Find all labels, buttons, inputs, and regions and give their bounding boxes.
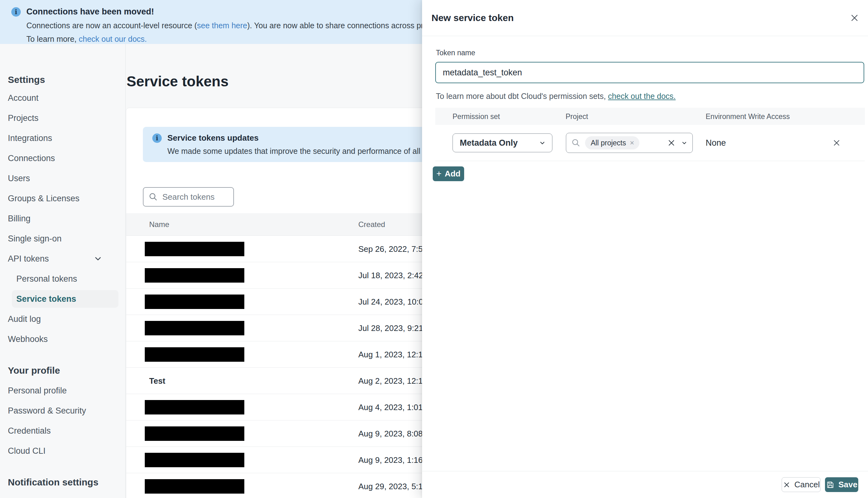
chip-label: All projects bbox=[591, 139, 626, 147]
token-name-input[interactable] bbox=[435, 62, 864, 83]
permissions-table-header: Permission set Project Environment Write… bbox=[435, 108, 865, 125]
sidebar-item-audit-log[interactable]: Audit log bbox=[0, 309, 125, 329]
cancel-button-label: Cancel bbox=[794, 480, 820, 489]
banner-body-prefix: Connections are now an account-level res… bbox=[26, 21, 197, 30]
cancel-button[interactable]: Cancel bbox=[781, 477, 820, 492]
sidebar-item-label: API tokens bbox=[8, 254, 49, 264]
sidebar-item-password-security[interactable]: Password & Security bbox=[0, 401, 125, 421]
drawer-header: New service token bbox=[422, 0, 868, 36]
sidebar-item-groups-licenses[interactable]: Groups & Licenses bbox=[0, 188, 125, 209]
sidebar-item-api-tokens[interactable]: API tokens bbox=[0, 249, 125, 269]
info-circle-icon: i bbox=[152, 133, 162, 143]
sidebar-item-personal-tokens[interactable]: Personal tokens bbox=[0, 269, 125, 289]
page-title: Service tokens bbox=[127, 73, 228, 90]
sidebar-heading-notification-settings: Notification settings bbox=[0, 472, 125, 492]
sidebar-item-webhooks[interactable]: Webhooks bbox=[0, 329, 125, 349]
banner-footer-prefix: To learn more, bbox=[26, 35, 79, 43]
see-them-here-link[interactable]: see them here bbox=[197, 21, 247, 30]
docs-line-prefix: To learn more about dbt Cloud's permissi… bbox=[436, 92, 608, 101]
save-button[interactable]: Save bbox=[825, 477, 858, 492]
sidebar-heading-settings: Settings bbox=[0, 71, 125, 88]
redacted-token-name bbox=[145, 479, 244, 494]
permission-row: Metadata Only All projects × None bbox=[435, 125, 865, 161]
permission-set-value: Metadata Only bbox=[460, 138, 538, 148]
close-icon bbox=[782, 481, 791, 489]
sidebar-item-projects[interactable]: Projects bbox=[0, 108, 125, 128]
column-header-created: Created bbox=[358, 220, 385, 229]
sidebar-item-credentials[interactable]: Credentials bbox=[0, 421, 125, 441]
settings-sidebar: Settings Account Projects Integrations C… bbox=[0, 44, 126, 498]
alert-title: Service tokens updates bbox=[167, 133, 259, 143]
chip-remove-icon[interactable]: × bbox=[630, 139, 634, 147]
sidebar-item-connections[interactable]: Connections bbox=[0, 148, 125, 168]
drawer-title: New service token bbox=[432, 13, 514, 23]
column-header-name: Name bbox=[149, 220, 169, 229]
chevron-down-icon[interactable] bbox=[681, 139, 688, 147]
search-icon bbox=[571, 138, 581, 147]
sidebar-item-service-tokens[interactable]: Service tokens bbox=[12, 290, 118, 308]
close-icon[interactable] bbox=[848, 11, 861, 25]
redacted-token-name bbox=[145, 294, 244, 309]
banner-title: Connections have been moved! bbox=[26, 7, 154, 17]
redacted-token-name bbox=[145, 400, 244, 415]
project-chip-all-projects[interactable]: All projects × bbox=[585, 136, 640, 149]
sidebar-item-personal-profile[interactable]: Personal profile bbox=[0, 381, 125, 401]
permission-docs-line: To learn more about dbt Cloud's permissi… bbox=[436, 92, 676, 101]
search-icon bbox=[148, 192, 158, 201]
new-service-token-drawer: New service token Token name To learn mo… bbox=[422, 0, 868, 498]
permission-set-select[interactable]: Metadata Only bbox=[452, 133, 552, 152]
sidebar-item-users[interactable]: Users bbox=[0, 168, 125, 188]
sidebar-item-integrations[interactable]: Integrations bbox=[0, 128, 125, 148]
redacted-token-name bbox=[145, 347, 244, 362]
column-header-permission-set: Permission set bbox=[452, 112, 500, 121]
check-docs-link[interactable]: check out our docs. bbox=[79, 35, 147, 43]
clear-selection-icon[interactable] bbox=[667, 138, 676, 147]
add-permission-button[interactable]: + Add bbox=[433, 167, 464, 181]
column-header-environment-write-access: Environment Write Access bbox=[706, 112, 790, 121]
sidebar-item-billing[interactable]: Billing bbox=[0, 209, 125, 228]
remove-row-icon[interactable] bbox=[830, 136, 843, 149]
chevron-down-icon bbox=[93, 254, 103, 263]
plus-icon: + bbox=[436, 169, 442, 179]
project-multiselect[interactable]: All projects × bbox=[566, 133, 693, 153]
search-tokens-box[interactable] bbox=[143, 187, 234, 207]
search-tokens-input[interactable] bbox=[162, 192, 225, 202]
check-out-docs-link[interactable]: check out the docs. bbox=[608, 92, 675, 101]
environment-write-access-value: None bbox=[706, 138, 726, 148]
redacted-token-name bbox=[145, 321, 244, 335]
sidebar-item-single-sign-on[interactable]: Single sign-on bbox=[0, 228, 125, 249]
token-name-label: Token name bbox=[436, 49, 475, 57]
add-button-label: Add bbox=[445, 169, 461, 179]
column-header-project: Project bbox=[566, 112, 588, 121]
token-name-cell: Test bbox=[149, 376, 166, 385]
redacted-token-name bbox=[145, 242, 244, 256]
sidebar-item-account[interactable]: Account bbox=[0, 88, 125, 108]
redacted-token-name bbox=[145, 453, 244, 467]
save-button-label: Save bbox=[839, 480, 858, 489]
sidebar-heading-your-profile: Your profile bbox=[0, 361, 125, 381]
info-circle-icon: i bbox=[11, 7, 21, 17]
sidebar-item-cloud-cli[interactable]: Cloud CLI bbox=[0, 441, 125, 461]
redacted-token-name bbox=[145, 268, 244, 283]
chevron-down-icon bbox=[538, 139, 547, 147]
drawer-footer: Cancel Save bbox=[422, 471, 868, 498]
redacted-token-name bbox=[145, 427, 244, 441]
save-disk-icon bbox=[826, 481, 835, 489]
